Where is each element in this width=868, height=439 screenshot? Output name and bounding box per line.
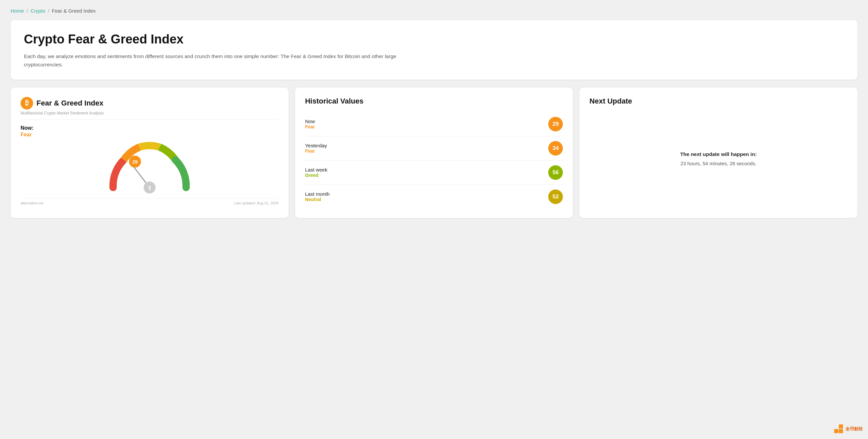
svg-rect-0 [834,429,838,433]
hist-sentiment-lastmonth: Neutral [305,197,330,202]
cards-row: ₿ Fear & Greed Index Multifactorial Cryp… [10,88,858,218]
hist-row-lastmonth-left: Last month Neutral [305,191,330,202]
next-title: Next Update [589,97,847,106]
fgi-title: Fear & Greed Index [36,99,103,108]
svg-rect-1 [839,425,843,429]
fgi-footer: alternative.me Last updated: Aug 31, 202… [21,198,279,205]
fgi-footer-left: alternative.me [21,201,43,205]
hist-sentiment-lastweek: Greed [305,173,328,178]
hist-label-lastmonth: Last month [305,191,330,197]
fgi-card: ₿ Fear & Greed Index Multifactorial Cryp… [10,88,288,218]
watermark-text: 全币财经 [845,426,863,432]
hist-sentiment-now: Fear [305,124,315,129]
gauge-center-btc: ₿ [148,185,151,191]
fgi-now-value: Fear [21,132,279,138]
svg-rect-2 [839,429,843,433]
header-card: Crypto Fear & Greed Index Each day, we a… [10,20,858,80]
gauge-container: ₿ 29 [103,141,196,194]
hist-card: Historical Values Now Fear 29 Yesterday … [295,88,573,218]
hist-sentiment-yesterday: Fear [305,148,327,154]
next-card: Next Update The next update will happen … [580,88,858,218]
hist-row-yesterday: Yesterday Fear 34 [305,136,563,160]
hist-badge-yesterday: 34 [548,141,563,156]
page-description: Each day, we analyze emotions and sentim… [24,52,422,69]
hist-row-lastmonth: Last month Neutral 52 [305,185,563,209]
hist-label-lastweek: Last week [305,167,328,173]
bitcoin-icon: ₿ [21,97,33,110]
next-update-label: The next update will happen in: [680,151,757,157]
breadcrumb-current: Fear & Greed Index [52,8,96,13]
hist-row-now: Now Fear 29 [305,112,563,136]
hist-label-yesterday: Yesterday [305,143,327,148]
next-body: The next update will happen in: 23 hours… [589,125,847,193]
fgi-footer-right: Last updated: Aug 31, 2024 [234,201,279,205]
hist-row-now-left: Now Fear [305,118,315,129]
breadcrumb: Home / Crypto / Fear & Greed Index [10,8,858,13]
watermark-icon [834,425,843,434]
hist-badge-lastweek: 56 [548,165,563,180]
fgi-now-label: Now: [21,125,279,131]
next-update-time: 23 hours, 54 minutes, 26 seconds. [681,160,756,166]
watermark: 全币财经 [834,425,863,434]
fgi-header: ₿ Fear & Greed Index [21,97,279,110]
fgi-subtitle: Multifactorial Crypto Market Sentiment A… [21,111,279,120]
hist-badge-lastmonth: 52 [548,189,563,204]
hist-row-yesterday-left: Yesterday Fear [305,143,327,154]
gauge-value-text: 29 [132,159,137,165]
hist-title: Historical Values [305,97,563,106]
gauge-svg: ₿ 29 [103,141,196,194]
breadcrumb-sep-1: / [27,8,28,13]
hist-label-now: Now [305,118,315,124]
hist-row-lastweek-left: Last week Greed [305,167,328,178]
breadcrumb-home[interactable]: Home [10,8,24,13]
breadcrumb-sep-2: / [48,8,49,13]
breadcrumb-crypto[interactable]: Crypto [31,8,45,13]
hist-row-lastweek: Last week Greed 56 [305,160,563,185]
page-title: Crypto Fear & Greed Index [24,32,844,47]
hist-badge-now: 29 [548,117,563,131]
